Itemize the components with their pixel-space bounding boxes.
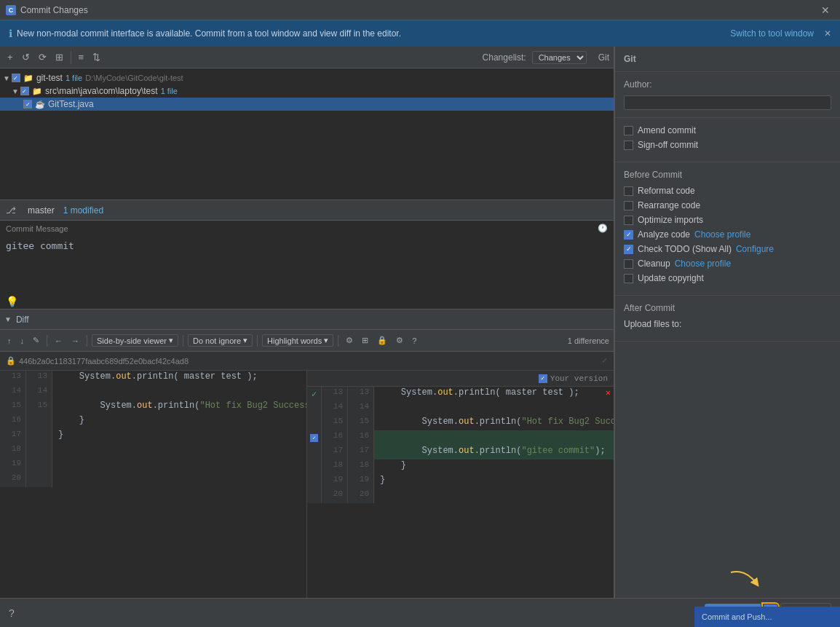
info-banner-right: Switch to tool window ✕ [730, 28, 831, 39]
cleanup-link[interactable]: Choose profile [675, 259, 731, 269]
banner-close-button[interactable]: ✕ [824, 28, 831, 39]
help-button[interactable]: ? [9, 607, 15, 619]
before-commit-section: Before Commit Reformat code Rearrange co… [615, 162, 840, 296]
diff-line-16-checkbox[interactable]: ✓ [310, 434, 318, 442]
tree-checkbox-src[interactable]: ✓ [20, 87, 29, 95]
diff-toolbar-sep-3 [183, 335, 183, 347]
diff-lock-button[interactable]: 🔒 [374, 334, 390, 347]
diff-next-button[interactable]: ↓ [17, 335, 28, 347]
cleanup-label: Cleanup [638, 259, 670, 269]
tree-name-gittest: GitTest.java [48, 99, 94, 109]
check-todo-checkbox[interactable]: ✓ [624, 245, 633, 254]
add-file-button[interactable]: + [4, 50, 16, 64]
refresh-button[interactable]: ⟳ [36, 50, 49, 64]
diff-next-change-button[interactable]: → [68, 335, 82, 347]
tree-checkbox-gittest[interactable]: ✓ [23, 100, 32, 109]
optimize-imports-row: Optimize imports [624, 215, 831, 225]
toolbar-right: Changelist: Changes Git [483, 51, 609, 64]
switch-to-tool-window-link[interactable]: Switch to tool window [730, 28, 814, 39]
diff-help-button[interactable]: ? [409, 335, 419, 347]
sort-button[interactable]: ⇅ [90, 50, 103, 64]
undo-button[interactable]: ↺ [19, 50, 33, 64]
analyze-code-checkbox[interactable]: ✓ [624, 230, 633, 240]
ignore-whitespace-dropdown[interactable]: Do not ignore ▾ [188, 334, 253, 347]
side-by-side-viewer-dropdown[interactable]: Side-by-side viewer ▾ [92, 334, 178, 347]
tree-arrow-src: ▼ [12, 87, 19, 95]
info-banner-text: New non-modal commit interface is availa… [17, 28, 401, 39]
diff-right-line-15: 15 15 System.out.println("Hot fix Bug2 S… [307, 416, 614, 430]
collapse-button[interactable]: ≡ [76, 50, 87, 64]
tree-item-src[interactable]: ▼ ✓ 📁 src\main\java\com\laptoy\test 1 fi… [0, 84, 614, 98]
commit-hint-icon: 💡 [0, 294, 614, 309]
your-version-check[interactable]: ✓ [539, 374, 547, 383]
title-bar: C Commit Changes ✕ [0, 0, 840, 20]
diff-toolbar-sep-4 [257, 335, 258, 347]
window-title: Commit Changes [20, 5, 88, 15]
highlight-words-dropdown[interactable]: Highlight words ▾ [262, 334, 333, 347]
amend-signoff-section: Amend commit Sign-off commit [615, 118, 840, 162]
update-copyright-label: Update copyright [638, 273, 704, 283]
cleanup-checkbox[interactable] [624, 259, 633, 269]
info-banner-text-area: ℹ New non-modal commit interface is avai… [9, 28, 401, 39]
tree-arrow-git-test: ▼ [3, 74, 10, 82]
check-todo-link[interactable]: Configure [736, 244, 774, 254]
tree-view-button[interactable]: ⊞ [52, 50, 66, 64]
toolbar-divider-1 [71, 51, 71, 64]
folder-icon-src: 📁 [32, 87, 42, 96]
signoff-commit-checkbox[interactable] [624, 141, 633, 150]
author-input[interactable] [624, 95, 831, 110]
optimize-imports-label: Optimize imports [638, 215, 703, 225]
diff-left-pane: 13 13 System.out.println( master test );… [0, 371, 306, 627]
reformat-code-checkbox[interactable] [624, 186, 633, 196]
analyze-code-row: ✓ Analyze code Choose profile [624, 229, 831, 240]
diff-viewer: 13 13 System.out.println( master test );… [0, 371, 614, 627]
diff-title: Diff [16, 315, 29, 325]
amend-commit-checkbox[interactable] [624, 126, 633, 135]
before-commit-title: Before Commit [624, 170, 831, 180]
tree-count-git-test: 1 file [66, 74, 82, 82]
tree-item-git-test[interactable]: ▼ ✓ 📁 git-test 1 file D:\MyCode\GitCode\… [0, 71, 614, 84]
window-close-button[interactable]: ✕ [817, 3, 834, 17]
diff-left-line-20: 20 [0, 473, 306, 487]
clock-icon: 🕐 [598, 224, 608, 233]
commit-message-label: Commit Message [6, 224, 68, 233]
tree-count-src: 1 file [161, 87, 178, 95]
diff-collapse-arrow[interactable]: ▼ [4, 315, 12, 323]
diff-columns-button[interactable]: ⊞ [359, 334, 371, 347]
changelist-select[interactable]: Changes [532, 51, 587, 64]
diff-gear-button[interactable]: ⚙ [393, 334, 406, 347]
diff-file-info: 🔒 446b2a0c1183177faabc689df52e0bacf42c4a… [0, 352, 614, 371]
diff-prev-button[interactable]: ↑ [4, 335, 15, 347]
diff-settings-button[interactable]: ⚙ [343, 334, 356, 347]
reformat-code-label: Reformat code [638, 186, 695, 196]
diff-right-gutter-17 [307, 445, 322, 460]
git-label: Git [598, 52, 609, 63]
update-copyright-row: Update copyright [624, 273, 831, 283]
commit-message-header: Commit Message 🕐 [0, 221, 614, 236]
optimize-imports-checkbox[interactable] [624, 216, 633, 225]
diff-right-gutter-16: ✓ [307, 430, 322, 445]
commit-message-input[interactable]: gitee commit [0, 236, 614, 294]
rearrange-code-checkbox[interactable] [624, 201, 633, 210]
diff-edit-button[interactable]: ✎ [30, 334, 42, 347]
diff-left-line-13: 13 13 System.out.println( master test ); [0, 371, 306, 385]
diff-accept-indicator: ✓ [601, 356, 608, 366]
diff-prev-change-button[interactable]: ← [52, 335, 66, 347]
main-container: + ↺ ⟳ ⊞ ≡ ⇅ Changelist: Changes Git ▼ ✓ … [0, 47, 840, 627]
diff-right-line-14: 14 14 [307, 401, 614, 416]
tree-item-gittest-java[interactable]: ✓ ☕ GitTest.java [0, 98, 614, 111]
analyze-code-link[interactable]: Choose profile [694, 229, 750, 240]
diff-file-hash: 446b2a0c1183177faabc689df52e0bacf42c4ad8 [19, 357, 189, 366]
amend-commit-label: Amend commit [638, 125, 696, 135]
diff-right-line-13: ✓ 13 13 System.out.println( master test … [307, 387, 614, 401]
your-version-checkbox[interactable]: ✓ Your version [539, 374, 608, 383]
check-todo-label: Check TODO (Show All) [638, 244, 732, 254]
upload-files-label: Upload files to: [624, 319, 681, 329]
diff-left-line-18: 18 [0, 443, 306, 458]
diff-left-line-15: 15 15 System.out.println("Hot fix Bug2 S… [0, 400, 306, 414]
diff-left-line-14: 14 14 [0, 385, 306, 400]
title-bar-left: C Commit Changes [6, 5, 88, 15]
update-copyright-checkbox[interactable] [624, 274, 633, 283]
tree-checkbox-git-test[interactable]: ✓ [12, 74, 20, 82]
diff-right-x-13: ✕ [603, 387, 614, 401]
